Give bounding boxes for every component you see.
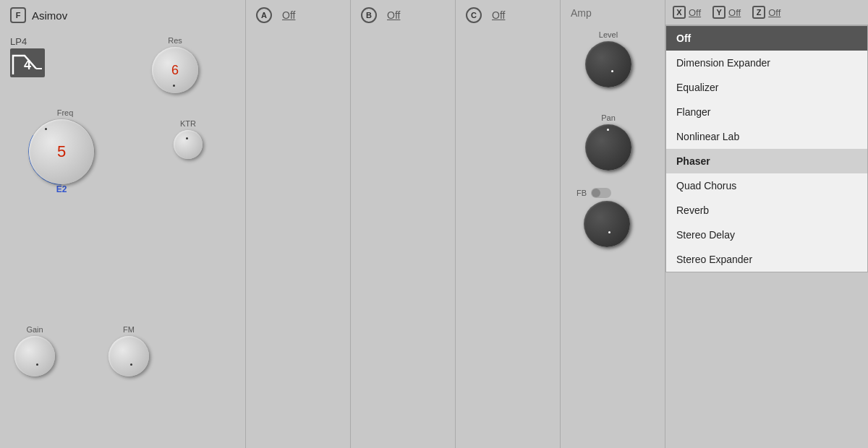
res-value: 6 [171,63,179,78]
fx-a-label[interactable]: Off [282,9,295,21]
ktr-knob[interactable] [174,130,203,159]
fx-z-label[interactable]: Off [768,7,780,18]
level-label: Level [599,30,618,39]
freq-value: 5 [57,142,66,161]
gain-knob[interactable] [14,336,55,376]
filter-type-section: LP4 4 [10,36,45,77]
dropdown-item-reverb[interactable]: Reverb [666,198,867,223]
filter-title: Asimov [32,9,67,22]
pan-knob-container: Pan [585,113,631,171]
pan-knob[interactable] [585,124,631,171]
gain-label: Gain [26,325,43,334]
fx-z-badge: Z [752,6,765,19]
freq-knob[interactable]: 5 [29,119,94,184]
fb-toggle[interactable] [591,188,611,198]
dropdown-item-off[interactable]: Off [666,26,867,51]
ktr-knob-container: KTR [174,119,203,159]
level-knob-container: Level [585,30,631,87]
fx-panel-c: C Off [456,0,561,448]
dropdown-item-flanger[interactable]: Flanger [666,100,867,124]
dropdown-item-stereo-expander[interactable]: Stereo Expander [666,247,867,272]
fb-label: FB [576,189,587,197]
filter-header: F Asimov [10,7,235,23]
fb-knob-container [584,201,630,247]
amp-title: Amp [571,7,592,19]
fx-slot-x[interactable]: X Off [673,6,701,19]
fx-b-label[interactable]: Off [387,9,400,21]
fx-x-badge: X [673,6,686,19]
fm-knob-container: FM [109,325,149,376]
res-label: Res [168,36,182,45]
ktr-label: KTR [180,119,196,128]
fm-label: FM [123,325,135,334]
fb-section: FB [576,188,630,247]
fx-a-badge: A [256,7,272,23]
freq-label: Freq [36,108,94,117]
fx-a-header: A Off [256,7,295,23]
filter-badge: F [10,7,26,23]
amp-header: Amp [571,7,592,19]
dropdown-item-quad-chorus[interactable]: Quad Chorus [666,173,867,198]
gain-knob-container: Gain [14,325,55,376]
fx-panel-a: A Off [246,0,351,448]
filter-panel: F Asimov LP4 4 Res 6 Freq [0,0,246,448]
level-knob[interactable] [585,41,631,87]
fb-knob[interactable] [584,201,630,247]
dropdown-item-stereo-delay[interactable]: Stereo Delay [666,223,867,247]
res-knob[interactable]: 6 [152,47,198,93]
fx-b-badge: B [361,7,377,23]
amp-panel: Amp Level Pan FB [561,0,665,448]
dropdown-item-dimension-expander[interactable]: Dimension Expander [666,51,867,75]
fx-c-badge: C [466,7,482,23]
freq-knob-container: Freq 5 E2 [29,108,94,194]
fx-c-label[interactable]: Off [492,9,505,21]
filter-type-label: LP4 [10,36,45,47]
pan-label: Pan [601,113,616,122]
filter-shape-icon[interactable]: 4 [10,48,45,77]
fx-slot-z[interactable]: Z Off [752,6,780,19]
dropdown-item-nonlinear-lab[interactable]: Nonlinear Lab [666,124,867,149]
effects-header: X Off Y Off Z Off [665,0,868,25]
fx-b-header: B Off [361,7,400,23]
dropdown-item-equalizer[interactable]: Equalizer [666,75,867,100]
fm-knob[interactable] [109,336,149,376]
fx-x-label[interactable]: Off [689,7,701,18]
fx-panel-b: B Off [351,0,456,448]
freq-knob-wrap: 5 [29,119,94,184]
effects-dropdown-list: OffDimension ExpanderEqualizerFlangerNon… [665,25,868,272]
fx-slot-y[interactable]: Y Off [712,6,741,19]
effects-dropdown-panel: X Off Y Off Z Off OffDimension ExpanderE… [665,0,868,448]
fx-y-label[interactable]: Off [728,7,741,18]
freq-note-label: E2 [29,184,94,194]
dropdown-item-phaser[interactable]: Phaser [666,149,867,173]
res-knob-container: Res 6 [152,36,198,93]
fx-c-header: C Off [466,7,505,23]
fx-y-badge: Y [712,6,726,19]
